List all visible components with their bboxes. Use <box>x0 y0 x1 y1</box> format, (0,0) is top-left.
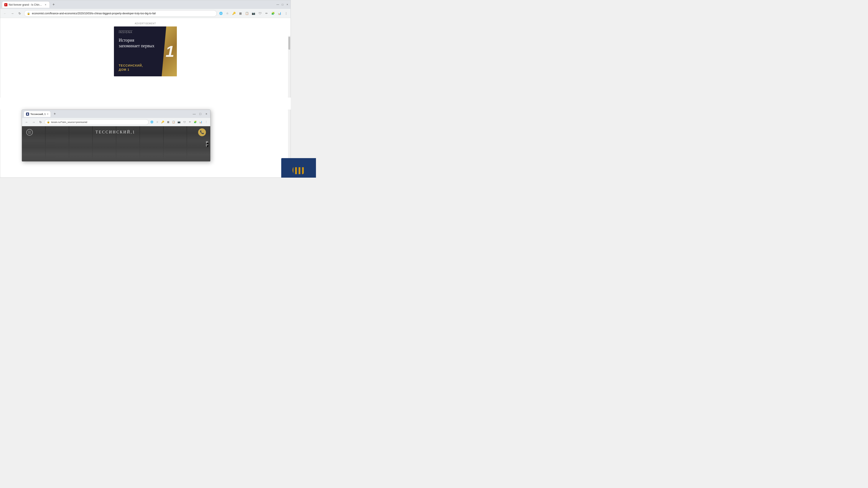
lock-icon: 🔒 <box>27 12 30 15</box>
secondary-extension-icon-1[interactable]: 🔑 <box>160 120 165 125</box>
translate-icon[interactable]: 🌐 <box>218 11 224 16</box>
gap-area <box>0 98 291 109</box>
secondary-bookmark-icon[interactable]: ☆ <box>155 120 160 125</box>
forward-button[interactable]: → <box>9 10 16 17</box>
minimize-button[interactable]: — <box>276 3 279 6</box>
new-tab-button[interactable]: + <box>51 2 57 8</box>
secondary-tab-close[interactable]: × <box>47 112 49 116</box>
secondary-camera-icon[interactable]: 📷 <box>177 120 181 125</box>
shield-icon[interactable]: 🛡 <box>257 11 263 16</box>
scroll-up-indicator[interactable]: ▲ <box>206 141 208 143</box>
secondary-window-controls: — □ × <box>192 112 209 116</box>
secondary-tab-label: Тессинский, 1 <box>30 113 45 116</box>
secondary-forward-button[interactable]: → <box>31 119 37 125</box>
building-icon <box>286 158 312 177</box>
tab-strip: E Not forever grand - Is China's bi × + <box>2 1 275 8</box>
menu-dots-icon[interactable]: ⋮ <box>283 11 289 16</box>
ad-gold-decoration: 1 <box>162 27 177 76</box>
svg-rect-4 <box>293 167 295 174</box>
advertisement-label: ADVERTISEMENT <box>135 22 156 25</box>
secondary-lock-icon: 🔒 <box>47 121 50 123</box>
svg-rect-5 <box>297 167 299 174</box>
tessin-phone-button[interactable]: 📞 <box>198 128 206 136</box>
svg-rect-12 <box>287 175 311 176</box>
tessin-menu-button[interactable] <box>26 129 33 135</box>
tessin-site-header: ТЕССИНСКИЙ,1 📞 <box>22 126 210 138</box>
secondary-nav-bar: ← → ↻ 🔒 tessin.ru/?utm_source=premiumid … <box>22 118 210 126</box>
third-element-partial <box>281 158 316 177</box>
svg-rect-7 <box>304 167 306 174</box>
secondary-close-button[interactable]: × <box>204 112 209 116</box>
reload-button[interactable]: ↻ <box>17 10 23 17</box>
maximize-button[interactable]: □ <box>281 3 284 6</box>
secondary-browser-window: Тессинский, 1 × + — □ × ← → ↻ 🔒 tessin.r… <box>22 109 211 162</box>
secondary-toolbar-icons: 🌐 ☆ 🔑 ▦ 📋 📷 🛡 ✏ 🧩 📊 ⋮ <box>150 120 209 125</box>
menu-line-3 <box>28 133 31 133</box>
ad-number: 1 <box>165 43 174 59</box>
tab-favicon: E <box>4 3 7 6</box>
svg-rect-6 <box>300 167 302 174</box>
secondary-back-button[interactable]: ← <box>24 119 30 125</box>
ad-brand: INSIGNA <box>119 31 173 34</box>
puzzle-icon[interactable]: 🧩 <box>270 11 276 16</box>
extension-icon-1[interactable]: 🔑 <box>231 11 237 16</box>
menu-line-2 <box>28 132 31 132</box>
back-button[interactable]: ← <box>2 10 8 17</box>
ad-brand-text: INSIGNA <box>119 31 132 34</box>
secondary-tab[interactable]: Тессинский, 1 × <box>24 111 51 117</box>
main-title-bar: E Not forever grand - Is China's bi × + … <box>0 0 290 9</box>
scroll-down-indicator[interactable]: ▼ <box>206 144 208 147</box>
tab-close-button[interactable]: × <box>44 3 47 6</box>
svg-rect-0 <box>27 113 28 115</box>
toolbar-icons: 🌐 ☆ 🔑 ▦ 📋 📷 🛡 ✏ 🧩 📊 ⋮ <box>218 11 289 16</box>
menu-line-1 <box>28 131 31 131</box>
tab-label: Not forever grand - Is China's bi <box>9 3 42 6</box>
close-button[interactable]: × <box>286 3 289 6</box>
pen-icon[interactable]: ✏ <box>264 11 269 16</box>
extension-icon-2[interactable]: ▦ <box>238 11 243 16</box>
stats-icon[interactable]: 📊 <box>277 11 282 16</box>
secondary-pen-icon[interactable]: ✏ <box>187 120 192 125</box>
advertisement-banner[interactable]: 1 INSIGNA История запоминает первых ТЕСС… <box>114 27 177 76</box>
address-bar[interactable]: 🔒 economist.com/finance-and-economics/20… <box>24 10 217 17</box>
secondary-menu-dots-icon[interactable]: ⋮ <box>204 120 209 125</box>
secondary-extension-icon-2[interactable]: ▦ <box>166 120 170 125</box>
secondary-tab-favicon <box>26 112 29 116</box>
svg-rect-11 <box>288 174 309 175</box>
secondary-address-bar[interactable]: 🔒 tessin.ru/?utm_source=premiumid <box>44 119 149 125</box>
extension-icon-3[interactable]: 📋 <box>244 11 250 16</box>
camera-icon[interactable]: 📷 <box>251 11 256 16</box>
secondary-shield-icon[interactable]: 🛡 <box>182 120 187 125</box>
secondary-puzzle-icon[interactable]: 🧩 <box>193 120 198 125</box>
svg-rect-10 <box>288 166 309 167</box>
secondary-url-text: tessin.ru/?utm_source=premiumid <box>51 121 87 123</box>
bookmark-icon[interactable]: ☆ <box>225 11 230 16</box>
secondary-new-tab-button[interactable]: + <box>52 111 58 117</box>
svg-rect-3 <box>290 167 292 174</box>
main-tab[interactable]: E Not forever grand - Is China's bi × <box>2 1 50 8</box>
secondary-stats-icon[interactable]: 📊 <box>198 120 203 125</box>
secondary-title-bar: Тессинский, 1 × + — □ × <box>22 110 210 118</box>
main-nav-bar: ← → ↻ 🔒 economist.com/finance-and-econom… <box>0 9 290 18</box>
secondary-maximize-button[interactable]: □ <box>198 112 203 116</box>
url-text: economist.com/finance-and-economics/2020… <box>32 12 214 15</box>
secondary-content-area: ТЕССИНСКИЙ,1 📞 ▲ ▼ <box>22 126 210 161</box>
scrollbar-thumb[interactable] <box>288 37 290 50</box>
secondary-reload-button[interactable]: ↻ <box>37 119 43 125</box>
secondary-minimize-button[interactable]: — <box>192 112 196 116</box>
svg-rect-8 <box>307 167 309 174</box>
secondary-translate-icon[interactable]: 🌐 <box>150 120 154 125</box>
window-controls: — □ × <box>276 3 289 6</box>
tessin-logo: ТЕССИНСКИЙ,1 <box>95 130 135 134</box>
secondary-extension-icon-3[interactable]: 📋 <box>171 120 176 125</box>
